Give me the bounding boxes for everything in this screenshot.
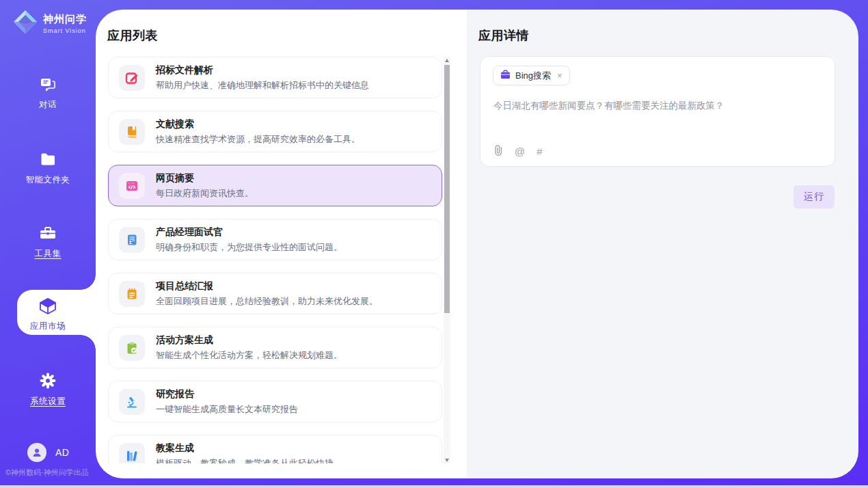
scrollbar-thumb[interactable]	[444, 65, 450, 313]
hash-icon[interactable]: #	[537, 146, 542, 157]
app-name: 招标文件解析	[156, 64, 369, 77]
app-desc: 一键智能生成高质量长文本研究报告	[156, 403, 298, 416]
brand-name: 神州问学	[43, 13, 87, 26]
app-card-research-report[interactable]: 研究报告 一键智能生成高质量长文本研究报告	[108, 381, 442, 422]
app-card-project-summary[interactable]: 项目总结汇报 全面回顾项目进展，总结经验教训，助力未来优化发展。	[108, 273, 442, 314]
app-desc: 快速精准查找学术资源，提高研究效率的必备工具。	[156, 133, 360, 146]
app-card-bid-parse[interactable]: 招标文件解析 帮助用户快速、准确地理解和解析招标书中的关键信息	[108, 57, 442, 98]
app-name: 项目总结汇报	[156, 280, 378, 293]
scroll-down-icon[interactable]	[444, 457, 450, 463]
chat-icon	[0, 75, 96, 93]
prompt-question-text: 今日湖北有哪些新闻要点？有哪些需要关注的最新政策？	[493, 99, 819, 113]
app-name: 研究报告	[156, 388, 298, 401]
bottom-edge-strip	[0, 485, 868, 488]
app-desc: 帮助用户快速、准确地理解和解析招标书中的关键信息	[156, 79, 369, 92]
close-icon[interactable]: ×	[557, 70, 562, 81]
microscope-icon	[119, 389, 145, 415]
sidebar-item-label: 系统设置	[30, 396, 66, 406]
app-desc: 明确身份和职责，为您提供专业性的面试问题。	[156, 241, 342, 254]
user-initials: AD	[55, 447, 69, 458]
sidebar-item-settings[interactable]: 系统设置	[0, 372, 96, 407]
sidebar-item-app-market[interactable]: 应用市场	[0, 296, 96, 332]
scroll-up-icon[interactable]	[444, 57, 450, 64]
copyright-text: ©神州数码·神州问学出品	[5, 467, 89, 478]
sidebar-item-label: 对话	[39, 100, 57, 109]
app-card-lesson-plan[interactable]: 教案生成 模板驱动，教案秒成，教学准备从此轻松快捷	[108, 435, 442, 463]
clipboard-check-icon	[119, 335, 145, 361]
app-card-pm-interviewer[interactable]: 产品经理面试官 明确身份和职责，为您提供专业性的面试问题。	[108, 219, 442, 260]
run-button[interactable]: 运行	[794, 185, 835, 208]
sidebar-item-label: 应用市场	[30, 321, 66, 331]
prompt-card: Bing搜索 × 今日湖北有哪些新闻要点？有哪些需要关注的最新政策？ @ #	[480, 56, 835, 167]
app-name: 活动方案生成	[156, 334, 342, 347]
web-code-icon	[119, 173, 145, 199]
sidebar-item-toolset[interactable]: 工具集	[0, 224, 96, 260]
user-account[interactable]: AD	[27, 443, 69, 462]
app-detail-title: 应用详情	[478, 27, 529, 44]
app-desc: 每日政府新闻资讯快查。	[156, 187, 254, 200]
app-detail-panel: 应用详情 Bing搜索 × 今日湖北有哪些新闻要点？有哪些需要关注的最新政策？	[467, 10, 858, 478]
main-content: 应用列表 招标文件解析 帮助用户快速、准确地理解和解析招标书中的关键信息	[96, 10, 858, 478]
toolbox-icon	[0, 224, 96, 242]
app-list-panel: 应用列表 招标文件解析 帮助用户快速、准确地理解和解析招标书中的关键信息	[96, 10, 467, 478]
app-list-title: 应用列表	[107, 27, 158, 44]
at-icon[interactable]: @	[515, 146, 525, 157]
app-name: 教案生成	[156, 442, 334, 455]
tool-chip-label: Bing搜索	[515, 70, 551, 82]
pen-square-icon	[119, 65, 145, 91]
app-list-scrollbar[interactable]	[444, 57, 450, 463]
briefcase-icon	[500, 70, 511, 82]
diamond-logo-icon	[12, 9, 38, 38]
sidebar-item-chat[interactable]: 对话	[0, 75, 96, 111]
avatar	[27, 443, 46, 462]
sidebar-item-label: 工具集	[35, 249, 62, 258]
book-icon	[119, 119, 145, 145]
app-name: 网页摘要	[156, 172, 254, 185]
brand-logo: 神州问学 Smart Vision	[12, 9, 87, 38]
gear-icon	[0, 372, 96, 390]
resume-icon	[119, 227, 145, 253]
app-card-literature-search[interactable]: 文献搜索 快速精准查找学术资源，提高研究效率的必备工具。	[108, 111, 442, 152]
cube-icon	[0, 296, 96, 316]
folder-icon	[0, 150, 96, 168]
app-name: 文献搜索	[156, 118, 360, 131]
app-name: 产品经理面试官	[156, 226, 342, 239]
sidebar-item-smart-folder[interactable]: 智能文件夹	[0, 150, 96, 186]
sidebar: 神州问学 Smart Vision 对话 智能文件夹	[0, 0, 96, 488]
app-desc: 全面回顾项目进展，总结经验教训，助力未来优化发展。	[156, 295, 378, 308]
notepad-icon	[119, 281, 145, 307]
composer-toolbar: @ #	[493, 144, 543, 159]
app-desc: 模板驱动，教案秒成，教学准备从此轻松快捷	[156, 457, 334, 464]
app-card-web-summary[interactable]: 网页摘要 每日政府新闻资讯快查。	[108, 165, 442, 206]
brand-subtitle: Smart Vision	[43, 27, 87, 34]
app-desc: 智能生成个性化活动方案，轻松解决规划难题。	[156, 349, 342, 362]
tool-chip-bing-search[interactable]: Bing搜索 ×	[493, 66, 570, 85]
app-card-event-plan[interactable]: 活动方案生成 智能生成个性化活动方案，轻松解决规划难题。	[108, 327, 442, 368]
sidebar-item-label: 智能文件夹	[26, 175, 70, 185]
app-list: 招标文件解析 帮助用户快速、准确地理解和解析招标书中的关键信息 文献搜索 快速精…	[108, 57, 442, 463]
paperclip-icon[interactable]	[493, 144, 503, 159]
books-icon	[119, 443, 145, 464]
person-icon	[31, 447, 42, 458]
